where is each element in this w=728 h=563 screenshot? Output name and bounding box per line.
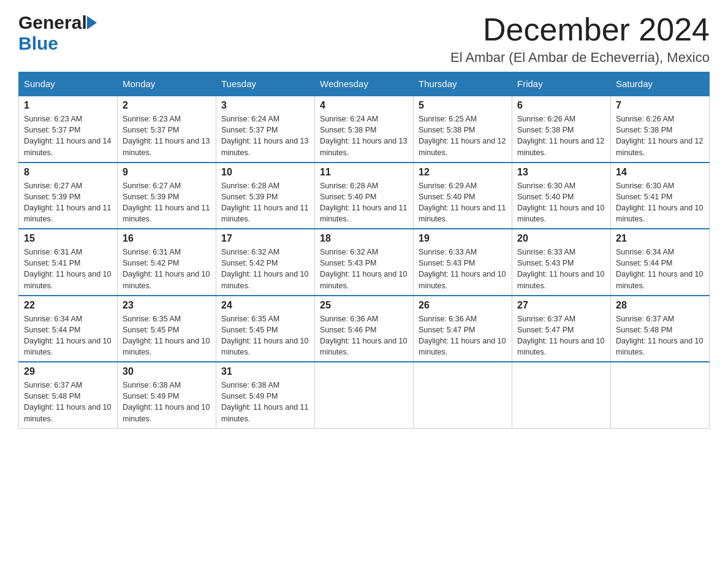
- weekday-header-saturday: Saturday: [611, 72, 710, 96]
- calendar-cell: 9 Sunrise: 6:27 AMSunset: 5:39 PMDayligh…: [118, 163, 216, 229]
- day-info: Sunrise: 6:26 AMSunset: 5:38 PMDaylight:…: [616, 113, 704, 158]
- day-info: Sunrise: 6:28 AMSunset: 5:39 PMDaylight:…: [221, 180, 309, 225]
- day-info: Sunrise: 6:27 AMSunset: 5:39 PMDaylight:…: [123, 180, 211, 225]
- calendar-cell: 27 Sunrise: 6:37 AMSunset: 5:47 PMDaylig…: [512, 296, 611, 362]
- calendar-week-5: 29 Sunrise: 6:37 AMSunset: 5:48 PMDaylig…: [19, 362, 710, 428]
- day-number: 12: [419, 167, 507, 178]
- calendar-cell: 7 Sunrise: 6:26 AMSunset: 5:38 PMDayligh…: [611, 96, 710, 163]
- day-info: Sunrise: 6:28 AMSunset: 5:40 PMDaylight:…: [320, 180, 408, 225]
- calendar-cell: 30 Sunrise: 6:38 AMSunset: 5:49 PMDaylig…: [118, 362, 216, 428]
- calendar-cell: 19 Sunrise: 6:33 AMSunset: 5:43 PMDaylig…: [414, 229, 512, 296]
- calendar-cell: [414, 362, 512, 428]
- day-number: 2: [123, 100, 211, 111]
- day-info: Sunrise: 6:36 AMSunset: 5:47 PMDaylight:…: [419, 313, 507, 358]
- calendar-week-2: 8 Sunrise: 6:27 AMSunset: 5:39 PMDayligh…: [19, 163, 710, 229]
- calendar-cell: 16 Sunrise: 6:31 AMSunset: 5:42 PMDaylig…: [118, 229, 216, 296]
- day-number: 13: [517, 167, 605, 178]
- calendar-table: SundayMondayTuesdayWednesdayThursdayFrid…: [18, 72, 710, 429]
- logo: General Blue: [18, 12, 97, 54]
- day-number: 22: [24, 300, 112, 311]
- day-number: 16: [123, 233, 211, 244]
- weekday-header-thursday: Thursday: [414, 72, 512, 96]
- logo-blue-text: Blue: [18, 33, 58, 53]
- day-number: 18: [320, 233, 408, 244]
- day-number: 30: [123, 366, 211, 377]
- calendar-cell: [315, 362, 414, 428]
- calendar-cell: 28 Sunrise: 6:37 AMSunset: 5:48 PMDaylig…: [611, 296, 710, 362]
- day-number: 3: [221, 100, 309, 111]
- day-info: Sunrise: 6:37 AMSunset: 5:48 PMDaylight:…: [24, 380, 112, 424]
- day-info: Sunrise: 6:34 AMSunset: 5:44 PMDaylight:…: [24, 313, 112, 358]
- calendar-cell: 13 Sunrise: 6:30 AMSunset: 5:40 PMDaylig…: [512, 163, 611, 229]
- day-number: 9: [123, 167, 211, 178]
- day-number: 20: [517, 233, 605, 244]
- calendar-cell: 1 Sunrise: 6:23 AMSunset: 5:37 PMDayligh…: [19, 96, 118, 163]
- day-info: Sunrise: 6:30 AMSunset: 5:40 PMDaylight:…: [517, 180, 605, 225]
- calendar-cell: 22 Sunrise: 6:34 AMSunset: 5:44 PMDaylig…: [19, 296, 118, 362]
- day-info: Sunrise: 6:25 AMSunset: 5:38 PMDaylight:…: [419, 113, 507, 158]
- day-info: Sunrise: 6:35 AMSunset: 5:45 PMDaylight:…: [221, 313, 309, 358]
- day-number: 27: [517, 300, 605, 311]
- day-info: Sunrise: 6:31 AMSunset: 5:42 PMDaylight:…: [123, 247, 211, 291]
- calendar-cell: 11 Sunrise: 6:28 AMSunset: 5:40 PMDaylig…: [315, 163, 414, 229]
- calendar-cell: 10 Sunrise: 6:28 AMSunset: 5:39 PMDaylig…: [216, 163, 315, 229]
- day-info: Sunrise: 6:33 AMSunset: 5:43 PMDaylight:…: [419, 247, 507, 291]
- day-number: 26: [419, 300, 507, 311]
- weekday-header-friday: Friday: [512, 72, 611, 96]
- weekday-header-sunday: Sunday: [19, 72, 118, 96]
- calendar-cell: 4 Sunrise: 6:24 AMSunset: 5:38 PMDayligh…: [315, 96, 414, 163]
- day-info: Sunrise: 6:27 AMSunset: 5:39 PMDaylight:…: [24, 180, 112, 225]
- day-info: Sunrise: 6:35 AMSunset: 5:45 PMDaylight:…: [123, 313, 211, 358]
- day-info: Sunrise: 6:30 AMSunset: 5:41 PMDaylight:…: [616, 180, 704, 225]
- day-info: Sunrise: 6:37 AMSunset: 5:47 PMDaylight:…: [517, 313, 605, 358]
- day-number: 19: [419, 233, 507, 244]
- calendar-cell: 14 Sunrise: 6:30 AMSunset: 5:41 PMDaylig…: [611, 163, 710, 229]
- calendar-cell: 21 Sunrise: 6:34 AMSunset: 5:44 PMDaylig…: [611, 229, 710, 296]
- calendar-week-4: 22 Sunrise: 6:34 AMSunset: 5:44 PMDaylig…: [19, 296, 710, 362]
- weekday-header-wednesday: Wednesday: [315, 72, 414, 96]
- day-info: Sunrise: 6:31 AMSunset: 5:41 PMDaylight:…: [24, 247, 112, 291]
- calendar-cell: 5 Sunrise: 6:25 AMSunset: 5:38 PMDayligh…: [414, 96, 512, 163]
- calendar-cell: 18 Sunrise: 6:32 AMSunset: 5:43 PMDaylig…: [315, 229, 414, 296]
- calendar-cell: 12 Sunrise: 6:29 AMSunset: 5:40 PMDaylig…: [414, 163, 512, 229]
- day-info: Sunrise: 6:24 AMSunset: 5:37 PMDaylight:…: [221, 113, 309, 158]
- calendar-cell: 26 Sunrise: 6:36 AMSunset: 5:47 PMDaylig…: [414, 296, 512, 362]
- calendar-header-row: SundayMondayTuesdayWednesdayThursdayFrid…: [19, 72, 710, 96]
- day-number: 29: [24, 366, 112, 377]
- calendar-cell: 6 Sunrise: 6:26 AMSunset: 5:38 PMDayligh…: [512, 96, 611, 163]
- day-number: 28: [616, 300, 704, 311]
- day-info: Sunrise: 6:36 AMSunset: 5:46 PMDaylight:…: [320, 313, 408, 358]
- calendar-cell: 25 Sunrise: 6:36 AMSunset: 5:46 PMDaylig…: [315, 296, 414, 362]
- day-info: Sunrise: 6:26 AMSunset: 5:38 PMDaylight:…: [517, 113, 605, 158]
- page-header: General Blue December 2024 El Ambar (El …: [18, 12, 710, 66]
- day-info: Sunrise: 6:37 AMSunset: 5:48 PMDaylight:…: [616, 313, 704, 358]
- day-number: 15: [24, 233, 112, 244]
- calendar-cell: 2 Sunrise: 6:23 AMSunset: 5:37 PMDayligh…: [118, 96, 216, 163]
- calendar-cell: 24 Sunrise: 6:35 AMSunset: 5:45 PMDaylig…: [216, 296, 315, 362]
- day-info: Sunrise: 6:23 AMSunset: 5:37 PMDaylight:…: [24, 113, 112, 158]
- day-number: 23: [123, 300, 211, 311]
- day-number: 11: [320, 167, 408, 178]
- day-info: Sunrise: 6:24 AMSunset: 5:38 PMDaylight:…: [320, 113, 408, 158]
- calendar-cell: 20 Sunrise: 6:33 AMSunset: 5:43 PMDaylig…: [512, 229, 611, 296]
- day-number: 17: [221, 233, 309, 244]
- calendar-cell: [611, 362, 710, 428]
- day-number: 4: [320, 100, 408, 111]
- weekday-header-tuesday: Tuesday: [216, 72, 315, 96]
- day-number: 10: [221, 167, 309, 178]
- day-number: 8: [24, 167, 112, 178]
- day-info: Sunrise: 6:34 AMSunset: 5:44 PMDaylight:…: [616, 247, 704, 291]
- day-number: 6: [517, 100, 605, 111]
- day-number: 24: [221, 300, 309, 311]
- day-number: 21: [616, 233, 704, 244]
- day-number: 25: [320, 300, 408, 311]
- calendar-week-3: 15 Sunrise: 6:31 AMSunset: 5:41 PMDaylig…: [19, 229, 710, 296]
- calendar-cell: 3 Sunrise: 6:24 AMSunset: 5:37 PMDayligh…: [216, 96, 315, 163]
- calendar-cell: 15 Sunrise: 6:31 AMSunset: 5:41 PMDaylig…: [19, 229, 118, 296]
- day-info: Sunrise: 6:38 AMSunset: 5:49 PMDaylight:…: [221, 380, 309, 424]
- location-title: El Ambar (El Ambar de Echeverria), Mexic…: [450, 50, 710, 66]
- day-info: Sunrise: 6:32 AMSunset: 5:43 PMDaylight:…: [320, 247, 408, 291]
- day-info: Sunrise: 6:23 AMSunset: 5:37 PMDaylight:…: [123, 113, 211, 158]
- day-info: Sunrise: 6:29 AMSunset: 5:40 PMDaylight:…: [419, 180, 507, 225]
- month-title: December 2024: [450, 12, 710, 47]
